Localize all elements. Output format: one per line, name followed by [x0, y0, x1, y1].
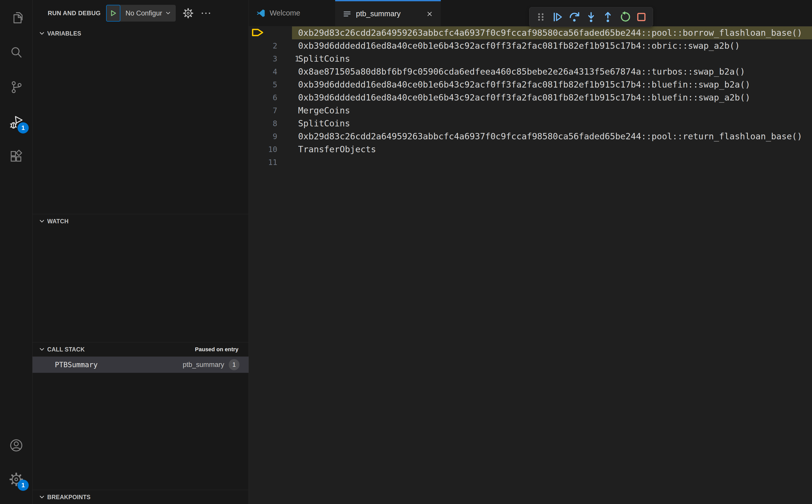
line-text: MergeCoins	[292, 104, 812, 117]
gripper-icon	[535, 11, 547, 23]
code-line[interactable]: 6 0xb39d6dddedd16ed8a40ce0b1e6b43c92acf0…	[249, 91, 812, 104]
tab-label: ptb_summary	[356, 10, 401, 18]
restart-button[interactable]	[617, 9, 632, 25]
view-title: RUN AND DEBUG	[48, 10, 101, 17]
continue-icon	[552, 11, 564, 23]
line-number[interactable]: 5	[249, 78, 292, 91]
manage-settings-button[interactable]: 1	[0, 462, 32, 496]
frame-file-name: ptb_summary	[182, 361, 224, 369]
activity-bar-bottom: 1	[0, 428, 32, 504]
section-label: VARIABLES	[47, 30, 81, 37]
account-icon	[9, 438, 23, 452]
line-number[interactable]: 6	[249, 91, 292, 104]
stop-button[interactable]	[634, 9, 649, 25]
chevron-down-icon	[39, 494, 45, 500]
source-control-icon	[9, 80, 23, 94]
line-text: TransferObjects	[292, 143, 812, 156]
accounts-button[interactable]	[0, 428, 32, 462]
chevron-down-icon	[39, 30, 45, 37]
code-line[interactable]: 2 0xb39d6dddedd16ed8a40ce0b1e6b43c92acf0…	[249, 39, 812, 52]
code-line[interactable]: 8 SplitCoins	[249, 117, 812, 130]
watch-section-header[interactable]: WATCH	[32, 214, 248, 228]
debug-badge: 1	[18, 122, 29, 133]
code-line[interactable]: 7 MergeCoins	[249, 104, 812, 117]
config-label: No Configur	[125, 9, 162, 17]
debug-settings-button[interactable]	[183, 8, 193, 19]
variables-section: VARIABLES	[32, 26, 248, 214]
line-number[interactable]: 10	[249, 143, 292, 156]
config-select[interactable]: No Configur	[120, 5, 176, 22]
file-lines-icon	[343, 10, 351, 18]
settings-badge: 1	[18, 480, 29, 491]
line-number[interactable]: 11	[249, 156, 292, 169]
play-icon	[109, 9, 117, 17]
stop-icon	[636, 11, 647, 23]
variables-section-header[interactable]: VARIABLES	[32, 26, 248, 41]
continue-button[interactable]	[550, 9, 565, 25]
line-text: SplitCoins	[292, 52, 812, 65]
code-line[interactable]: 11	[249, 156, 812, 169]
step-over-icon	[569, 11, 580, 23]
frame-name: PTBSummary	[55, 361, 98, 369]
execution-pointer-icon	[251, 28, 264, 38]
restart-icon	[619, 11, 631, 23]
call-stack-section-header[interactable]: CALL STACK Paused on entry	[32, 342, 248, 357]
line-text: 0xb39d6dddedd16ed8a40ce0b1e6b43c92acf0ff…	[292, 91, 812, 104]
line-text: 0x8ae871505a80d8bf6bf9c05906cda6edfeea46…	[292, 65, 812, 78]
toolbar-drag-handle[interactable]	[534, 9, 548, 25]
close-icon	[426, 10, 433, 18]
run-and-debug-sidebar: RUN AND DEBUG No Configur VARIABLES	[32, 0, 249, 504]
activity-bar: 1 1	[0, 0, 32, 504]
line-text: SplitCoins	[292, 117, 812, 130]
line-text: 0xb29d83c26cdd2a64959263abbcfc4a6937f0c9…	[292, 26, 812, 39]
line-number[interactable]: 8	[249, 117, 292, 130]
code-line[interactable]: 10 TransferObjects	[249, 143, 812, 156]
code-line[interactable]: 9 0xb29d83c26cdd2a64959263abbcfc4a6937f0…	[249, 130, 812, 143]
sidebar-item-extensions[interactable]	[0, 139, 32, 174]
line-number[interactable]: 9	[249, 130, 292, 143]
sidebar-item-explorer[interactable]	[0, 0, 32, 35]
search-icon	[9, 45, 23, 59]
gear-icon	[183, 8, 193, 19]
call-stack-section: CALL STACK Paused on entry PTBSummary pt…	[32, 342, 248, 490]
code-line[interactable]: 4 0x8ae871505a80d8bf6bf9c05906cda6edfeea…	[249, 65, 812, 78]
code-line[interactable]: 5 0xb39d6dddedd16ed8a40ce0b1e6b43c92acf0…	[249, 78, 812, 91]
vscode-window: 1 1 RUN AND DEBUG No Configur	[0, 0, 812, 504]
line-number[interactable]: 7	[249, 104, 292, 117]
section-label: BREAKPOINTS	[47, 494, 91, 501]
step-over-button[interactable]	[567, 9, 582, 25]
line-number[interactable]: 2	[249, 39, 292, 52]
chevron-down-icon	[39, 346, 45, 353]
section-label: WATCH	[47, 218, 69, 225]
tab-ptb-summary[interactable]: ptb_summary	[335, 0, 441, 26]
line-text: 0xb39d6dddedd16ed8a40ce0b1e6b43c92acf0ff…	[292, 78, 812, 91]
step-into-button[interactable]	[584, 9, 599, 25]
files-icon	[9, 10, 23, 25]
line-number[interactable]: 1	[249, 26, 292, 39]
line-text	[292, 156, 812, 169]
chevron-down-icon	[39, 218, 45, 225]
frame-count-badge: 1	[229, 359, 239, 370]
line-number[interactable]: 4	[249, 65, 292, 78]
tab-welcome[interactable]: Welcome	[249, 0, 335, 26]
code-editor[interactable]: 1 0xb29d83c26cdd2a64959263abbcfc4a6937f0…	[249, 26, 812, 504]
ellipsis-icon	[201, 8, 211, 19]
sidebar-item-source-control[interactable]	[0, 70, 32, 104]
editor-group: Welcome ptb_summary 1	[249, 0, 812, 504]
close-tab-button[interactable]	[426, 10, 433, 18]
sidebar-item-run-and-debug[interactable]: 1	[0, 104, 32, 139]
watch-section: WATCH	[32, 214, 248, 342]
activity-bar-spacer	[0, 174, 32, 428]
views-more-actions-button[interactable]	[201, 8, 211, 19]
step-out-icon	[602, 11, 614, 23]
debug-config-dropdown[interactable]: No Configur	[106, 5, 176, 22]
start-debugging-button[interactable]	[106, 5, 120, 22]
code-line[interactable]: 3 SplitCoins	[249, 52, 812, 65]
line-number[interactable]: 3	[249, 52, 292, 65]
call-stack-frame-row[interactable]: PTBSummary ptb_summary 1	[32, 357, 248, 373]
code-line[interactable]: 1 0xb29d83c26cdd2a64959263abbcfc4a6937f0…	[249, 26, 812, 39]
extensions-icon	[9, 149, 23, 164]
sidebar-item-search[interactable]	[0, 35, 32, 70]
step-out-button[interactable]	[601, 9, 615, 25]
breakpoints-section-header[interactable]: BREAKPOINTS	[32, 490, 248, 504]
